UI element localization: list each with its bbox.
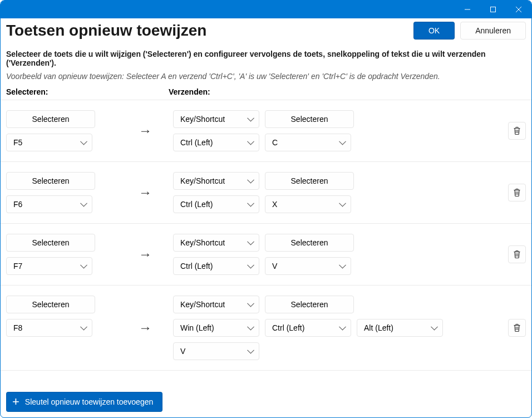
delete-remap-button[interactable]	[508, 245, 526, 263]
window-titlebar	[1, 1, 531, 18]
send-type-combo[interactable]: Key/Shortcut	[173, 110, 259, 128]
trash-icon	[513, 323, 521, 332]
remap-send-column: Key/ShortcutSelecterenWin (Left)Ctrl (Le…	[173, 296, 492, 360]
remap-rows: SelecterenF5→Key/ShortcutSelecterenCtrl …	[1, 100, 531, 386]
ok-button[interactable]: OK	[413, 22, 455, 40]
select-key-button[interactable]: Selecteren	[6, 172, 95, 190]
send-type-combo[interactable]: Key/Shortcut	[173, 296, 259, 313]
send-top-row: Key/ShortcutSelecteren	[173, 110, 492, 128]
send-keys-row: Ctrl (Left)X	[173, 195, 492, 213]
instructions: Selecteer de toets die u wilt wijzigen (…	[1, 44, 531, 83]
arrow-icon: →	[117, 123, 173, 139]
remap-send-column: Key/ShortcutSelecterenCtrl (Left)X	[173, 172, 492, 213]
trash-icon	[513, 126, 521, 135]
source-key-combo[interactable]: F5	[6, 134, 92, 151]
send-type-combo[interactable]: Key/Shortcut	[173, 234, 259, 252]
source-key-combo[interactable]: F8	[6, 319, 92, 337]
send-select-shortcut-button[interactable]: Selecteren	[265, 172, 354, 190]
send-select-shortcut-button[interactable]: Selecteren	[265, 296, 354, 313]
close-icon	[516, 7, 521, 12]
delete-remap-button[interactable]	[508, 122, 526, 140]
send-select-shortcut-button[interactable]: Selecteren	[265, 110, 354, 128]
column-header-send: Verzenden:	[169, 87, 210, 96]
send-key-combo[interactable]: X	[265, 195, 351, 213]
arrow-icon: →	[117, 185, 173, 200]
send-top-row: Key/ShortcutSelecteren	[173, 172, 492, 190]
dialog-title: Toetsen opnieuw toewijzen	[6, 22, 413, 40]
instructions-example: Voorbeeld van opnieuw toewijzen: Selecte…	[6, 72, 526, 81]
send-select-shortcut-button[interactable]: Selecteren	[265, 234, 354, 252]
source-key-combo[interactable]: F6	[6, 195, 92, 213]
remap-send-column: Key/ShortcutSelecterenCtrl (Left)C	[173, 110, 492, 151]
minimize-button[interactable]	[455, 1, 480, 18]
column-headers: Selecteren: Verzenden:	[1, 83, 531, 100]
remap-row: SelecterenF7→Key/ShortcutSelecterenCtrl …	[1, 223, 531, 285]
send-keys-row: Win (Left)Ctrl (Left)Alt (Left)	[173, 319, 492, 337]
arrow-icon: →	[117, 247, 173, 262]
send-key-combo[interactable]: Ctrl (Left)	[173, 195, 259, 213]
remap-row: SelecterenF5→Key/ShortcutSelecterenCtrl …	[1, 100, 531, 161]
remap-select-column: SelecterenF7	[6, 234, 117, 275]
send-keys-row: V	[173, 342, 492, 360]
send-top-row: Key/ShortcutSelecteren	[173, 296, 492, 313]
send-keys-row: Ctrl (Left)V	[173, 257, 492, 275]
send-key-combo[interactable]: C	[265, 134, 351, 151]
remap-select-column: SelecterenF8	[6, 296, 117, 337]
instructions-main: Selecteer de toets die u wilt wijzigen (…	[6, 50, 526, 67]
send-key-combo[interactable]: V	[265, 257, 351, 275]
send-key-combo[interactable]: Alt (Left)	[357, 319, 443, 337]
cancel-button[interactable]: Annuleren	[460, 22, 526, 40]
svg-rect-1	[491, 7, 496, 12]
source-key-combo[interactable]: F7	[6, 257, 92, 275]
remap-delete-column	[492, 184, 526, 201]
dialog-header: Toetsen opnieuw toewijzen OK Annuleren	[1, 18, 531, 44]
plus-icon: +	[12, 396, 19, 408]
maximize-icon	[490, 7, 496, 12]
remap-delete-column	[492, 319, 526, 337]
column-header-select: Selecteren:	[6, 87, 169, 96]
close-button[interactable]	[506, 1, 531, 18]
send-key-combo[interactable]: Ctrl (Left)	[173, 257, 259, 275]
remap-select-column: SelecterenF5	[6, 110, 117, 151]
add-remap-label: Sleutel opnieuw toewijzen toevoegen	[25, 397, 153, 406]
remap-select-column: SelecterenF6	[6, 172, 117, 213]
send-key-combo[interactable]: Win (Left)	[173, 319, 259, 337]
maximize-button[interactable]	[480, 1, 506, 18]
send-key-combo[interactable]: Ctrl (Left)	[173, 134, 259, 151]
select-key-button[interactable]: Selecteren	[6, 296, 95, 313]
remap-row: SelecterenF8→Key/ShortcutSelecterenWin (…	[1, 285, 531, 371]
select-key-button[interactable]: Selecteren	[6, 234, 95, 252]
send-type-combo[interactable]: Key/Shortcut	[173, 172, 259, 190]
trash-icon	[513, 188, 521, 197]
select-key-button[interactable]: Selecteren	[6, 110, 95, 128]
add-remap-button[interactable]: + Sleutel opnieuw toewijzen toevoegen	[6, 392, 162, 412]
remap-delete-column	[492, 245, 526, 263]
remap-delete-column	[492, 122, 526, 140]
delete-remap-button[interactable]	[508, 184, 526, 201]
dialog-footer: + Sleutel opnieuw toewijzen toevoegen	[1, 386, 531, 417]
send-keys-row: Ctrl (Left)C	[173, 134, 492, 151]
minimize-icon	[465, 7, 470, 12]
remap-row: SelecterenF6→Key/ShortcutSelecterenCtrl …	[1, 161, 531, 223]
send-key-combo[interactable]: Ctrl (Left)	[265, 319, 351, 337]
remap-send-column: Key/ShortcutSelecterenCtrl (Left)V	[173, 234, 492, 275]
send-key-combo[interactable]: V	[173, 342, 259, 360]
send-top-row: Key/ShortcutSelecteren	[173, 234, 492, 252]
arrow-icon: →	[117, 320, 173, 336]
trash-icon	[513, 250, 521, 259]
delete-remap-button[interactable]	[508, 319, 526, 337]
